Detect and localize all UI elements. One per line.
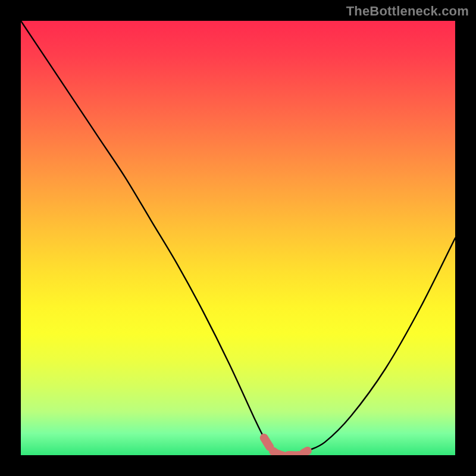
bottleneck-curve <box>21 21 455 455</box>
plot-area <box>21 21 455 455</box>
chart-frame: TheBottleneck.com <box>0 0 476 476</box>
trough-highlight <box>264 438 308 455</box>
curve-layer <box>21 21 455 455</box>
watermark-text: TheBottleneck.com <box>346 4 469 19</box>
